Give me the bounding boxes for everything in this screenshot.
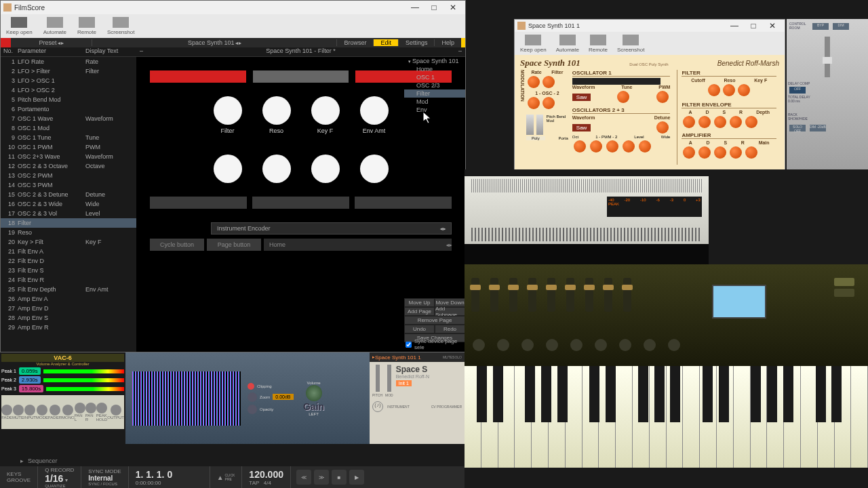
osc1-waveform[interactable] [572,78,660,85]
vac-knob[interactable] [1,405,12,415]
tree-item[interactable]: Env [404,106,465,114]
black-key[interactable] [831,366,842,422]
knob-empty-2[interactable] [262,155,291,183]
hw-btn-2[interactable] [834,289,854,297]
black-key[interactable] [816,366,826,422]
param-row[interactable]: 10OSC 1 PWMPWM [1,142,136,152]
black-key[interactable] [654,366,665,422]
param-row[interactable]: 27Amp Env D [1,304,136,313]
param-row[interactable]: 14OSC 3 PWM [1,180,136,190]
black-key[interactable] [751,366,761,422]
param-row[interactable]: 11OSC 2+3 WaveWaveform [1,152,136,161]
keep-open-button[interactable]: Keep open [6,17,33,35]
solo-btn[interactable]: SOLO [452,355,462,359]
sync-checkbox[interactable] [406,342,412,348]
filt-keyf[interactable] [738,84,750,96]
sync-checkbox-row[interactable]: Sync device page sele [404,337,465,352]
black-key[interactable] [783,366,793,422]
param-row[interactable]: 22Filt Env D [1,256,136,266]
amp-s[interactable] [714,146,726,159]
param-row[interactable]: 19Reso [1,228,136,237]
pitch-wheel[interactable] [526,115,534,135]
black-key[interactable] [557,366,568,422]
hw-fader-9[interactable] [623,278,631,312]
osc1-wave-btn[interactable]: Saw [572,94,591,101]
osc23-oct[interactable] [574,140,586,152]
zoom-knob[interactable] [248,392,257,402]
preset-dropdown[interactable]: Preset [11,39,92,46]
solo-off[interactable]: SOLO OFF [789,125,806,131]
vac-knob[interactable] [13,405,24,415]
tree-item[interactable]: Mod [404,98,465,106]
quantize-section[interactable]: Q RECORD 1/16 ▾ QUANTIZE [38,466,81,488]
hw-fader-7[interactable] [585,278,593,312]
screenshot-button[interactable]: Screenshot [107,17,134,35]
osc23-pwm1[interactable] [590,140,602,152]
param-row[interactable]: 25Filt Env DepthEnv Amt [1,285,136,294]
param-row[interactable]: 28Amp Env S [1,313,136,323]
param-row[interactable]: 23Filt Env S [1,266,136,275]
fe-d[interactable] [698,116,711,128]
osc23-pwm2[interactable] [606,140,618,152]
black-key[interactable] [606,366,616,422]
hw-fader-8[interactable] [604,278,612,312]
hw-fader-3[interactable] [509,278,517,312]
black-key[interactable] [670,366,680,422]
pre-btn[interactable]: PRE [225,477,235,481]
browser-button[interactable]: Browser [336,39,373,46]
knob-empty-1[interactable] [214,155,242,183]
hw-knob-3[interactable] [521,339,534,351]
col-dash2[interactable]: – [455,47,465,56]
automate-button[interactable]: Automate [43,17,66,35]
synth-maximize[interactable]: □ [744,20,763,32]
synth-screenshot[interactable]: Screenshot [617,35,644,53]
hw-knob-9[interactable] [668,339,680,351]
param-row[interactable]: 18Filter [1,218,136,228]
knob-empty-4[interactable] [360,155,389,183]
mod-rate-knob[interactable] [528,76,540,88]
amp-r[interactable] [730,146,742,159]
volume-knob[interactable] [306,385,322,401]
param-row[interactable]: 2LFO > FilterFilter [1,66,136,76]
vac-knob[interactable] [37,405,47,415]
knob-empty-3[interactable] [311,155,340,183]
param-row[interactable]: 12OSC 2 & 3 OctaveOctave [1,161,136,171]
mute-btn[interactable]: MUTE [443,355,452,359]
param-row[interactable]: 3LFO > OSC 1 [1,76,136,85]
device-dropdown[interactable]: Space Synth 101 [92,39,336,46]
opacity-knob[interactable] [248,405,257,414]
cycle-button[interactable]: Cycle button [150,239,204,251]
slot-2[interactable] [252,197,349,209]
page-button[interactable]: Page button [207,239,261,251]
action-undo[interactable]: Undo [404,325,435,333]
mod-wheel[interactable] [536,115,544,135]
param-row[interactable]: 24Filt Env R [1,275,136,285]
param-row[interactable]: 4LFO > OSC 2 [1,85,136,95]
param-row[interactable]: 15OSC 2 & 3 DetuneDetune [1,190,136,199]
tree-item[interactable]: OSC 1 [404,73,465,81]
metronome-icon[interactable]: ▲ [217,474,224,481]
hw-knob-4[interactable] [546,339,558,351]
editor-knob[interactable] [262,96,291,125]
off-button[interactable]: OFF [789,87,806,94]
slot-1[interactable] [150,197,247,209]
param-row[interactable]: 16OSC 2 & 3 WideWide [1,199,136,209]
parameter-list[interactable]: 1LFO RateRate2LFO > FilterFilter3LFO > O… [1,57,136,352]
dim-20[interactable]: DIM -20dB [810,125,826,131]
position-section[interactable]: 1. 1. 1. 0 0:00:00:00 [129,466,210,488]
tree-item[interactable]: Filter [404,89,465,98]
osc1-tune-knob[interactable] [617,91,629,103]
maximize-button[interactable]: □ [425,1,443,14]
sequencer-bar[interactable]: ▸Sequencer [0,455,465,466]
bar-2[interactable] [253,70,349,83]
vac-knob[interactable] [50,405,60,415]
sync-section[interactable]: SYNC MODE Internal SYNC / FOCUS [81,466,128,488]
hw-knob-2[interactable] [497,339,509,351]
tempo-section[interactable]: 120.000 TAP 4/4 [242,466,291,488]
black-key[interactable] [719,366,729,422]
black-key[interactable] [703,366,713,422]
osc23-detune-knob[interactable] [656,121,669,134]
black-key[interactable] [638,366,648,422]
forward-button[interactable]: ≫ [314,470,329,485]
vac-knob[interactable] [24,405,35,415]
